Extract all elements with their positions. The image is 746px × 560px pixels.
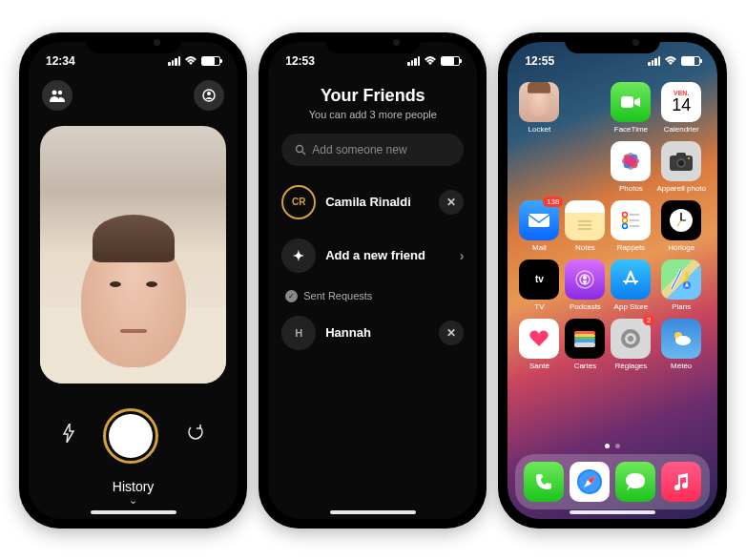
svg-point-26	[623, 218, 628, 222]
tv-icon: tv	[519, 259, 559, 300]
battery-icon	[201, 56, 220, 66]
page-dots[interactable]	[605, 444, 620, 448]
locket-widget-photo	[519, 82, 559, 122]
wifi-icon	[424, 56, 437, 66]
battery-icon	[441, 56, 460, 66]
home-indicator[interactable]	[330, 510, 416, 514]
status-icons	[407, 56, 460, 66]
app-label: TV	[534, 302, 544, 311]
app-mail[interactable]: 138 Mail	[519, 200, 559, 252]
badge: 138	[543, 197, 563, 207]
friends-button[interactable]	[42, 80, 73, 111]
battery-icon	[681, 56, 700, 66]
svg-rect-20	[528, 214, 549, 227]
chevron-down-icon[interactable]: ⌄	[29, 494, 238, 507]
svg-rect-16	[676, 153, 686, 157]
safari-icon	[574, 467, 605, 497]
search-input[interactable]: Add someone new	[281, 134, 464, 166]
avatar: H	[281, 316, 316, 350]
pending-row-hannah[interactable]: H Hannah ✕	[268, 306, 477, 360]
dock-safari[interactable]	[570, 462, 610, 502]
clock-icon	[661, 200, 701, 240]
shutter-inner	[109, 414, 153, 458]
chevron-right-icon: ›	[460, 248, 465, 263]
notch	[325, 32, 421, 53]
app-label: Locket	[528, 125, 551, 134]
app-clock[interactable]: Horloge	[656, 200, 706, 252]
flip-camera-button[interactable]	[186, 424, 205, 447]
history-label[interactable]: History	[29, 479, 238, 494]
wifi-icon	[664, 56, 677, 66]
people-icon	[50, 89, 65, 102]
home-indicator[interactable]	[91, 510, 176, 514]
reminders-icon	[611, 200, 651, 240]
app-label: Podcasts	[570, 302, 601, 311]
search-icon	[295, 144, 306, 156]
app-notes[interactable]: Notes	[565, 200, 605, 252]
svg-point-24	[623, 212, 628, 217]
close-icon: ✕	[446, 326, 456, 340]
wallet-icon	[565, 319, 605, 359]
notes-icon	[565, 200, 605, 240]
dock-music[interactable]	[661, 462, 701, 502]
cancel-button[interactable]: ✕	[439, 321, 464, 345]
add-friend-label: Add a new friend	[325, 248, 425, 262]
check-icon: ✓	[285, 290, 298, 302]
home-indicator[interactable]	[570, 510, 655, 514]
profile-button[interactable]	[194, 80, 224, 111]
app-wallet[interactable]: Cartes	[565, 319, 605, 370]
phone-camera: 12:34	[19, 32, 247, 529]
svg-point-47	[675, 336, 691, 345]
app-calendar[interactable]: VEN. 14 Calendrier	[656, 82, 706, 134]
phone-icon	[534, 472, 553, 491]
app-label: Horloge	[668, 243, 694, 252]
screen: 12:55 Locket . FaceTime VEN.	[508, 42, 717, 519]
search-placeholder: Add someone new	[312, 143, 406, 156]
svg-point-19	[688, 157, 690, 159]
camera-controls	[29, 391, 238, 469]
close-icon: ✕	[446, 196, 456, 209]
remove-button[interactable]: ✕	[439, 190, 464, 215]
friend-row-camila[interactable]: CR Camila Rinaldi ✕	[268, 176, 477, 229]
app-weather[interactable]: Météo	[656, 319, 706, 370]
app-health[interactable]: Santé	[519, 319, 559, 370]
dock-messages[interactable]	[615, 462, 655, 502]
time: 12:53	[285, 54, 315, 68]
dock	[515, 454, 710, 509]
app-podcasts[interactable]: Podcasts	[565, 259, 605, 311]
dock-phone[interactable]	[524, 462, 564, 502]
status-icons	[648, 56, 700, 66]
app-label: Météo	[671, 362, 692, 370]
app-camera[interactable]: Appareil photo	[656, 141, 706, 193]
app-facetime[interactable]: FaceTime	[611, 82, 651, 134]
flash-button[interactable]	[62, 424, 75, 447]
app-settings[interactable]: 2 Réglages	[611, 319, 651, 370]
svg-point-36	[583, 276, 587, 280]
app-locket[interactable]: Locket	[519, 82, 559, 134]
sparkle-icon: ✦	[281, 239, 316, 273]
app-label: Appareil photo	[656, 184, 706, 193]
app-appsstore[interactable]: App Store	[611, 259, 651, 311]
app-photos[interactable]: Photos	[611, 141, 651, 193]
app-maps[interactable]: Plans	[656, 259, 706, 311]
health-icon	[519, 319, 559, 359]
camera-icon	[661, 141, 701, 181]
appstore-icon	[611, 259, 651, 300]
signal-icon	[168, 56, 180, 66]
add-friend-row[interactable]: ✦ Add a new friend ›	[268, 229, 477, 282]
time: 12:55	[525, 54, 554, 68]
app-label: Réglages	[615, 362, 648, 370]
top-bar	[29, 73, 238, 118]
avatar: CR	[281, 185, 316, 219]
notch	[86, 32, 181, 53]
settings-icon: 2	[611, 319, 651, 359]
facetime-icon	[611, 82, 651, 122]
app-label: Calendrier	[664, 125, 699, 134]
rotate-icon	[186, 424, 205, 443]
calendar-icon: VEN. 14	[661, 82, 701, 122]
app-label: App Store	[614, 302, 649, 311]
shutter-button[interactable]	[103, 408, 158, 464]
svg-rect-6	[621, 96, 633, 108]
app-tv[interactable]: tv TV	[519, 259, 559, 311]
app-reminders[interactable]: Rappels	[611, 200, 651, 252]
